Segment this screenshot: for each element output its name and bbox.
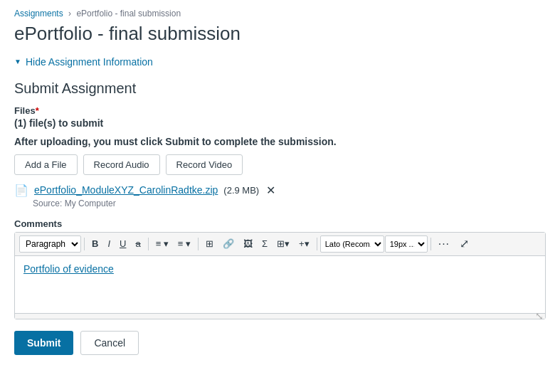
- breadcrumb-current: ePortfolio - final submission: [76, 9, 181, 18]
- plus-button[interactable]: +▾: [295, 235, 314, 253]
- record-video-button[interactable]: Record Video: [166, 154, 243, 175]
- file-size: (2.9 MB): [223, 185, 259, 196]
- font-select[interactable]: Lato (Recom...: [320, 235, 384, 253]
- comments-section: Comments Paragraph B I U a ≡: [14, 218, 546, 319]
- align-button[interactable]: ≡ ▾: [152, 235, 173, 253]
- editor-content-area[interactable]: Portfolio of evidence: [15, 256, 545, 313]
- paragraph-select[interactable]: Paragraph: [19, 235, 81, 253]
- upload-notice: After uploading, you must click Submit t…: [14, 136, 546, 147]
- breadcrumb-separator: ›: [68, 9, 71, 18]
- file-count: (1) file(s) to submit: [14, 117, 546, 129]
- submit-button[interactable]: Submit: [14, 331, 73, 355]
- breadcrumb-parent-link[interactable]: Assignments: [14, 9, 63, 18]
- rich-text-editor[interactable]: Paragraph B I U a ≡ ▾ ≡ ▾ ⊞: [14, 232, 546, 319]
- toolbar-divider-2: [148, 238, 149, 250]
- image-button[interactable]: 🖼: [239, 235, 257, 253]
- strikethrough-button[interactable]: a: [131, 235, 144, 253]
- toolbar-align-group: ≡ ▾ ≡ ▾: [152, 235, 195, 253]
- link-button[interactable]: 🔗: [218, 235, 238, 253]
- toolbar-font-group: Lato (Recom... 19px ...: [320, 235, 428, 253]
- cancel-button[interactable]: Cancel: [80, 331, 139, 355]
- file-name-link[interactable]: ePortfolio_ModuleXYZ_CarolinRadtke.zip: [34, 184, 218, 196]
- record-audio-button[interactable]: Record Audio: [83, 154, 160, 175]
- formula-button[interactable]: Σ: [258, 235, 272, 253]
- page-container: Assignments › ePortfolio - final submiss…: [0, 0, 560, 369]
- toolbar-insert-group: ⊞ 🔗 🖼 Σ ⊞▾ +▾: [201, 235, 314, 253]
- upload-buttons-group: Add a File Record Audio Record Video: [14, 154, 546, 175]
- underline-button[interactable]: U: [115, 235, 130, 253]
- list-button[interactable]: ≡ ▾: [174, 235, 195, 253]
- expand-button[interactable]: ⤢: [455, 235, 473, 253]
- toolbar-divider-3: [198, 238, 199, 250]
- toolbar-divider-4: [317, 238, 317, 250]
- toolbar-divider-5: [430, 238, 431, 250]
- ellipsis-button[interactable]: ···: [434, 235, 454, 253]
- toolbar-format-group: B I U a: [88, 235, 145, 253]
- action-buttons: Submit Cancel: [14, 331, 546, 355]
- hide-assignment-label: Hide Assignment Information: [26, 56, 153, 68]
- table-button[interactable]: ⊞: [201, 235, 218, 253]
- breadcrumb: Assignments › ePortfolio - final submiss…: [14, 9, 546, 18]
- editor-toolbar: Paragraph B I U a ≡ ▾ ≡ ▾ ⊞: [15, 233, 545, 256]
- font-size-select[interactable]: 19px ...: [385, 235, 428, 253]
- file-remove-button[interactable]: ✕: [265, 184, 277, 197]
- file-icon: 📄: [14, 184, 28, 197]
- files-label: Files*: [14, 105, 546, 116]
- submit-section-title: Submit Assignment: [14, 80, 546, 97]
- file-item: 📄 ePortfolio_ModuleXYZ_CarolinRadtke.zip…: [14, 184, 546, 197]
- page-title: ePortfolio - final submission: [14, 23, 546, 45]
- toggle-arrow-icon: ▼: [14, 58, 21, 65]
- toolbar-paragraph-group: Paragraph: [19, 235, 81, 253]
- submit-assignment-section: Submit Assignment Files* (1) file(s) to …: [14, 80, 546, 208]
- add-file-button[interactable]: Add a File: [14, 154, 78, 175]
- editor-text: Portfolio of evidence: [23, 263, 114, 275]
- bold-button[interactable]: B: [88, 235, 102, 253]
- comments-label: Comments: [14, 218, 546, 229]
- hide-assignment-button[interactable]: ▼ Hide Assignment Information: [14, 56, 153, 68]
- italic-button[interactable]: I: [103, 235, 115, 253]
- file-source: Source: My Computer: [33, 198, 546, 208]
- more-insert-button[interactable]: ⊞▾: [273, 235, 294, 253]
- editor-resize-handle[interactable]: ⤡: [15, 313, 545, 319]
- toolbar-divider-1: [84, 238, 85, 250]
